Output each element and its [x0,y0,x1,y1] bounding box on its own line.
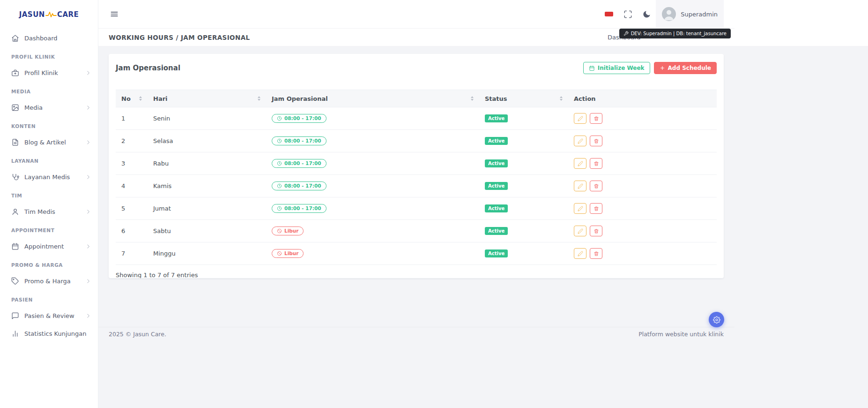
column-label: Action [574,95,596,102]
column-label: Hari [153,95,168,102]
status-badge: Active [485,159,508,167]
table-row: 5 Jumat 08:00 - 17:00 Active [116,197,717,220]
sidebar-item-layanan-medis[interactable]: Layanan Medis [0,168,98,186]
chevron-right-icon [85,243,91,249]
column-header-jam-operasional[interactable]: Jam Operasional [266,90,479,107]
cell-action [568,107,717,130]
cell-status: Active [479,175,568,197]
edit-button[interactable] [574,158,586,169]
table-row: 3 Rabu 08:00 - 17:00 Active [116,152,717,175]
cell-jam: 08:00 - 17:00 [266,107,479,130]
time-badge: 08:00 - 17:00 [272,204,326,213]
sidebar-item-label: Statistics Kunjungan [24,330,86,337]
menu-toggle-button[interactable] [104,0,125,28]
edit-button[interactable] [574,248,586,259]
table-row: 6 Sabtu Libur Active [116,220,717,242]
status-badge: Active [485,137,508,145]
time-badge-label: 08:00 - 17:00 [284,138,321,144]
sidebar-item-statistics-kunjungan[interactable]: Statistics Kunjungan [0,325,98,342]
sidebar-heading-konten: KONTEN [0,116,98,133]
edit-button[interactable] [574,136,586,146]
column-header-no[interactable]: No [116,90,148,107]
chevron-right-icon [85,313,91,319]
sidebar-item-blog-artikel[interactable]: Blog & Artikel [0,133,98,151]
delete-button[interactable] [590,158,602,169]
brand-logo[interactable]: JASUN CARE [0,0,98,29]
edit-button[interactable] [574,181,586,191]
time-badge: 08:00 - 17:00 [272,114,326,123]
cell-no: 2 [116,130,148,152]
sidebar-heading-appointment: APPOINTMENT [0,220,98,237]
cell-hari: Rabu [148,152,266,175]
sidebar-item-appointment[interactable]: Appointment [0,237,98,255]
delete-button[interactable] [590,113,602,124]
fullscreen-button[interactable] [618,0,637,28]
cell-no: 4 [116,175,148,197]
language-flag-button[interactable] [600,0,618,28]
sidebar-item-promo-harga[interactable]: Promo & Harga [0,272,98,290]
table-row: 4 Kamis 08:00 - 17:00 Active [116,175,717,197]
status-badge: Active [485,182,508,190]
home-icon [11,34,19,42]
settings-fab[interactable] [709,312,724,327]
status-badge: Active [485,114,508,122]
table-row: 7 Minggu Libur Active [116,242,717,265]
jam-operasional-table: No Hari Jam Operasional Status Action 1 … [116,90,717,265]
sidebar-heading-tim: TIM [0,186,98,203]
jam-operasional-card: Jam Operasional Initialize Week Add Sche… [109,54,724,278]
sidebar-item-pasien-review[interactable]: Pasien & Review [0,307,98,325]
initialize-week-button[interactable]: Initialize Week [583,62,650,74]
cell-status: Active [479,152,568,175]
cell-action [568,130,717,152]
add-schedule-button[interactable]: Add Schedule [654,62,717,74]
edit-button[interactable] [574,203,586,214]
cell-hari: Selasa [148,130,266,152]
cell-action [568,197,717,220]
edit-button[interactable] [574,226,586,236]
delete-button[interactable] [590,248,602,259]
cell-no: 7 [116,242,148,265]
sidebar-item-label: Dashboard [24,35,58,42]
sort-icon [560,96,563,101]
table-row: 1 Senin 08:00 - 17:00 Active [116,107,717,130]
cell-status: Active [479,130,568,152]
dev-tooltip: DEV: Superadmin | DB: tenant_jasuncare [619,29,731,38]
delete-button[interactable] [590,136,602,146]
sidebar-heading-profil-klinik: PROFIL KLINIK [0,47,98,64]
sort-icon [471,96,474,101]
sidebar-item-tim-medis[interactable]: Tim Medis [0,203,98,220]
table-info: Showing 1 to 7 of 7 entries [109,265,724,278]
review-icon [11,312,19,320]
column-header-status[interactable]: Status [479,90,568,107]
dark-mode-button[interactable] [637,0,656,28]
tag-icon [11,277,19,285]
add-schedule-label: Add Schedule [668,65,711,71]
sidebar-menu: Dashboard PROFIL KLINIK Profil Klinik ME… [0,29,98,342]
flag-icon [605,12,613,16]
sidebar-item-profil-klinik[interactable]: Profil Klinik [0,64,98,82]
image-icon [11,104,19,112]
delete-button[interactable] [590,226,602,236]
sidebar-item-dashboard[interactable]: Dashboard [0,29,98,47]
user-name: Superadmin [681,11,718,18]
topbar: Superadmin [98,0,734,28]
table-wrapper: No Hari Jam Operasional Status Action 1 … [109,90,724,265]
time-badge-label: 08:00 - 17:00 [284,206,321,211]
cell-jam: 08:00 - 17:00 [266,175,479,197]
footer-tagline: Platform website untuk klinik [638,331,724,338]
chevron-right-icon [85,70,91,76]
user-menu-button[interactable]: Superadmin [656,0,724,28]
delete-button[interactable] [590,203,602,214]
topbar-actions: Superadmin [600,0,724,28]
sidebar-heading-layanan: LAYANAN [0,151,98,168]
clinic-icon [11,69,19,77]
wrench-icon [623,31,629,36]
time-badge: 08:00 - 17:00 [272,136,326,145]
edit-button[interactable] [574,113,586,124]
sidebar-item-media[interactable]: Media [0,98,98,116]
chevron-right-icon [85,105,91,111]
delete-button[interactable] [590,181,602,191]
column-header-hari[interactable]: Hari [148,90,266,107]
time-badge: 08:00 - 17:00 [272,181,326,190]
sidebar-heading-promo-harga: PROMO & HARGA [0,255,98,272]
